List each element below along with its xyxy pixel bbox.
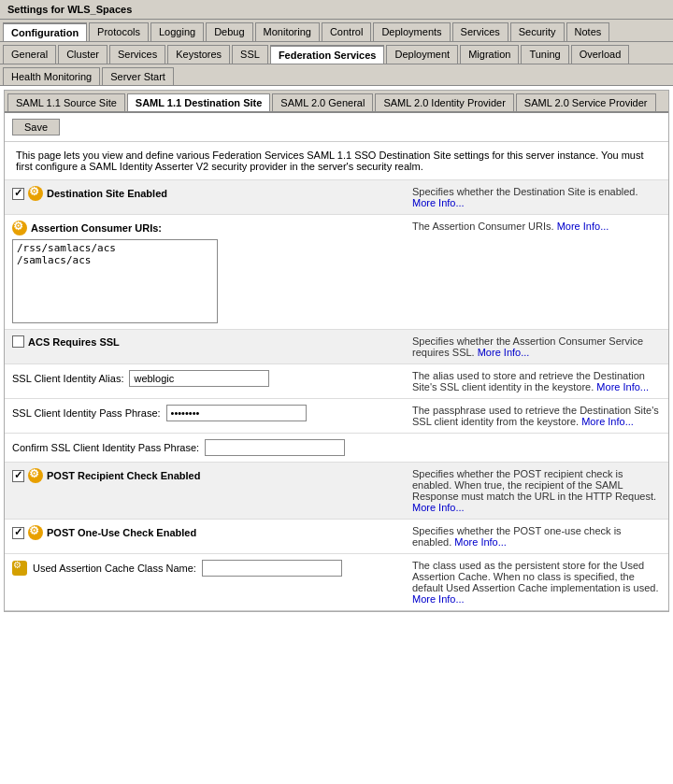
gear-icon-assertion-consumer-uris bbox=[12, 221, 27, 235]
tab-debug[interactable]: Debug bbox=[206, 22, 252, 41]
subtab-saml-1.1-destination-site[interactable]: SAML 1.1 Destination Site bbox=[127, 93, 271, 111]
tab-migration[interactable]: Migration bbox=[460, 45, 519, 64]
field-label-container-ssl-client-identity-pass-phrase: SSL Client Identity Pass Phrase: bbox=[12, 405, 405, 421]
field-row-ssl-client-identity-pass-phrase: SSL Client Identity Pass Phrase:The pass… bbox=[5, 399, 668, 434]
content-area: SAML 1.1 Source SiteSAML 1.1 Destination… bbox=[4, 90, 669, 612]
field-label-container-used-assertion-cache-class-name: Used Assertion Cache Class Name: bbox=[12, 560, 405, 577]
more-info-link-used-assertion-cache-class-name[interactable]: More Info... bbox=[412, 593, 465, 605]
subtab-saml-2.0-general[interactable]: SAML 2.0 General bbox=[272, 93, 373, 111]
subtab-saml-2.0-identity-provider[interactable]: SAML 2.0 Identity Provider bbox=[375, 93, 513, 111]
field-label-container-assertion-consumer-uris: Assertion Consumer URIs: bbox=[12, 221, 218, 323]
tab-row-3: Health MonitoringServer Start bbox=[0, 64, 673, 86]
field-label-container-confirm-ssl-client-identity-pass-phrase: Confirm SSL Client Identity Pass Phrase: bbox=[12, 439, 405, 456]
checkbox-post-recipient-check-enabled[interactable] bbox=[12, 470, 24, 482]
gear-icon-destination-site-enabled bbox=[28, 186, 43, 201]
tab-services[interactable]: Services bbox=[109, 45, 165, 64]
textarea-assertion-consumer-uris[interactable] bbox=[12, 239, 218, 323]
field-left-used-assertion-cache-class-name: Used Assertion Cache Class Name: bbox=[12, 560, 405, 577]
more-info-link-ssl-client-identity-pass-phrase[interactable]: More Info... bbox=[581, 416, 634, 427]
field-label-acs-requires-ssl: ACS Requires SSL bbox=[12, 335, 120, 348]
title-bar: Settings for WLS_Spaces bbox=[0, 0, 673, 20]
field-label-destination-site-enabled: Destination Site Enabled bbox=[12, 186, 167, 201]
save-button[interactable]: Save bbox=[12, 119, 60, 135]
field-left-assertion-consumer-uris: Assertion Consumer URIs: bbox=[12, 221, 405, 323]
checkbox-acs-requires-ssl[interactable] bbox=[12, 335, 24, 348]
small-icon-used-assertion-cache-class-name bbox=[12, 561, 27, 576]
tab-tuning[interactable]: Tuning bbox=[521, 45, 568, 64]
more-info-link-destination-site-enabled[interactable]: More Info... bbox=[412, 197, 465, 208]
field-label-text-ssl-client-identity-alias: SSL Client Identity Alias: bbox=[12, 373, 123, 384]
subtab-saml-2.0-service-provider[interactable]: SAML 2.0 Service Provider bbox=[516, 93, 656, 111]
tab-services[interactable]: Services bbox=[452, 22, 508, 41]
checkbox-destination-site-enabled[interactable] bbox=[12, 188, 24, 200]
field-label-text-post-one-use-check-enabled: POST One-Use Check Enabled bbox=[47, 527, 196, 538]
field-right-post-one-use-check-enabled: Specifies whether the POST one-use check… bbox=[405, 525, 661, 548]
tab-logging[interactable]: Logging bbox=[150, 22, 204, 41]
tab-server-start[interactable]: Server Start bbox=[102, 67, 174, 85]
tab-general[interactable]: General bbox=[3, 45, 56, 64]
field-right-destination-site-enabled: Specifies whether the Destination Site i… bbox=[405, 186, 661, 208]
checkbox-post-one-use-check-enabled[interactable] bbox=[12, 527, 24, 539]
field-row-post-one-use-check-enabled: POST One-Use Check EnabledSpecifies whet… bbox=[5, 520, 668, 554]
more-info-link-acs-requires-ssl[interactable]: More Info... bbox=[478, 347, 530, 358]
tab-security[interactable]: Security bbox=[510, 22, 565, 41]
field-label-text-used-assertion-cache-class-name: Used Assertion Cache Class Name: bbox=[33, 563, 196, 574]
field-label-toprow-assertion-consumer-uris: Assertion Consumer URIs: bbox=[12, 221, 218, 235]
field-right-acs-requires-ssl: Specifies whether the Assertion Consumer… bbox=[405, 335, 661, 358]
window-title: Settings for WLS_Spaces bbox=[7, 4, 132, 15]
field-right-ssl-client-identity-alias: The alias used to store and retrieve the… bbox=[405, 370, 661, 392]
tab-row-1: ConfigurationProtocolsLoggingDebugMonito… bbox=[0, 20, 673, 42]
tab-configuration[interactable]: Configuration bbox=[3, 22, 87, 41]
field-label-text-confirm-ssl-client-identity-pass-phrase: Confirm SSL Client Identity Pass Phrase: bbox=[12, 442, 199, 453]
more-info-link-post-recipient-check-enabled[interactable]: More Info... bbox=[412, 502, 465, 513]
field-right-post-recipient-check-enabled: Specifies whether the POST recipient che… bbox=[405, 468, 661, 513]
tab-control[interactable]: Control bbox=[322, 22, 371, 41]
save-bar: Save bbox=[5, 113, 668, 142]
more-info-link-post-one-use-check-enabled[interactable]: More Info... bbox=[454, 536, 507, 548]
field-row-destination-site-enabled: Destination Site EnabledSpecifies whethe… bbox=[5, 180, 668, 215]
description-box: This page lets you view and define vario… bbox=[5, 142, 668, 180]
field-label-text-post-recipient-check-enabled: POST Recipient Check Enabled bbox=[47, 470, 200, 481]
field-row-post-recipient-check-enabled: POST Recipient Check EnabledSpecifies wh… bbox=[5, 463, 668, 520]
tab-health-monitoring[interactable]: Health Monitoring bbox=[3, 67, 100, 85]
field-left-post-one-use-check-enabled: POST One-Use Check Enabled bbox=[12, 525, 405, 540]
help-text-post-one-use-check-enabled: Specifies whether the POST one-use check… bbox=[412, 525, 622, 548]
field-row-assertion-consumer-uris: Assertion Consumer URIs:The Assertion Co… bbox=[5, 215, 668, 330]
tab-monitoring[interactable]: Monitoring bbox=[255, 22, 320, 41]
input-ssl-client-identity-alias[interactable] bbox=[129, 370, 269, 387]
field-label-text-acs-requires-ssl: ACS Requires SSL bbox=[28, 336, 120, 348]
tab-ssl[interactable]: SSL bbox=[232, 45, 268, 64]
field-left-ssl-client-identity-pass-phrase: SSL Client Identity Pass Phrase: bbox=[12, 405, 405, 421]
more-info-link-ssl-client-identity-alias[interactable]: More Info... bbox=[596, 381, 649, 392]
field-label-text-assertion-consumer-uris: Assertion Consumer URIs: bbox=[31, 222, 162, 234]
field-right-used-assertion-cache-class-name: The class used as the persistent store f… bbox=[405, 560, 661, 605]
field-label-text-ssl-client-identity-pass-phrase: SSL Client Identity Pass Phrase: bbox=[12, 407, 161, 419]
field-left-confirm-ssl-client-identity-pass-phrase: Confirm SSL Client Identity Pass Phrase: bbox=[12, 439, 405, 456]
tab-cluster[interactable]: Cluster bbox=[58, 45, 107, 64]
field-right-ssl-client-identity-pass-phrase: The passphrase used to retrieve the Dest… bbox=[405, 405, 661, 427]
help-text-destination-site-enabled: Specifies whether the Destination Site i… bbox=[412, 186, 638, 197]
field-label-container-ssl-client-identity-alias: SSL Client Identity Alias: bbox=[12, 370, 405, 387]
form-section: Destination Site EnabledSpecifies whethe… bbox=[5, 180, 668, 611]
more-info-link-assertion-consumer-uris[interactable]: More Info... bbox=[557, 221, 609, 232]
tab-federation-services[interactable]: Federation Services bbox=[270, 45, 385, 64]
tab-deployments[interactable]: Deployments bbox=[373, 22, 450, 41]
input-ssl-client-identity-pass-phrase[interactable] bbox=[166, 405, 307, 421]
input-confirm-ssl-client-identity-pass-phrase[interactable] bbox=[205, 439, 345, 456]
tab-keystores[interactable]: Keystores bbox=[167, 45, 230, 64]
field-right-assertion-consumer-uris: The Assertion Consumer URIs. More Info..… bbox=[405, 221, 661, 232]
subtab-saml-1.1-source-site[interactable]: SAML 1.1 Source Site bbox=[7, 93, 125, 111]
field-left-destination-site-enabled: Destination Site Enabled bbox=[12, 186, 405, 201]
field-row-confirm-ssl-client-identity-pass-phrase: Confirm SSL Client Identity Pass Phrase: bbox=[5, 434, 668, 463]
tab-notes[interactable]: Notes bbox=[566, 22, 610, 41]
field-label-text-destination-site-enabled: Destination Site Enabled bbox=[47, 188, 167, 199]
input-used-assertion-cache-class-name[interactable] bbox=[202, 560, 342, 577]
tab-deployment[interactable]: Deployment bbox=[386, 45, 458, 64]
tab-protocols[interactable]: Protocols bbox=[89, 22, 149, 41]
tab-overload[interactable]: Overload bbox=[571, 45, 630, 64]
tab-row-2: GeneralClusterServicesKeystoresSSLFedera… bbox=[0, 42, 673, 64]
subtab-row: SAML 1.1 Source SiteSAML 1.1 Destination… bbox=[5, 91, 668, 113]
help-text-assertion-consumer-uris: The Assertion Consumer URIs. bbox=[412, 221, 557, 232]
gear-icon-post-recipient-check-enabled bbox=[28, 468, 43, 483]
field-row-acs-requires-ssl: ACS Requires SSLSpecifies whether the As… bbox=[5, 330, 668, 364]
